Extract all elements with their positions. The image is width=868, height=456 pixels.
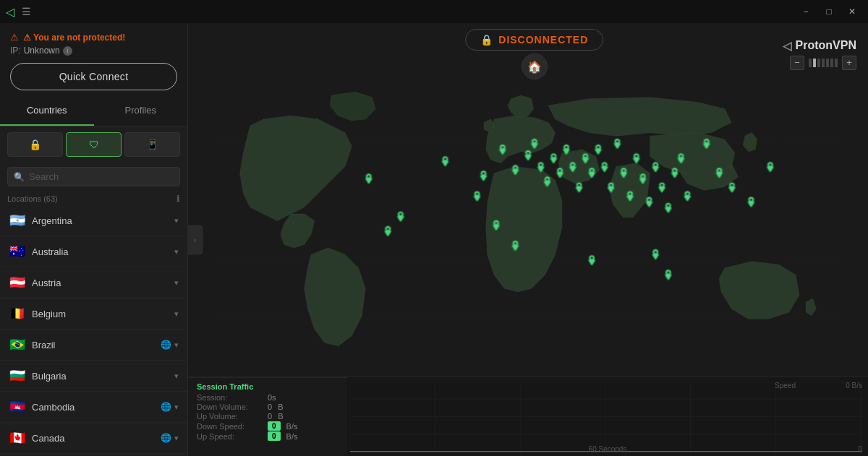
stat-up-speed-value: 0 — [268, 431, 281, 441]
globe-icon: 🌐 — [161, 340, 171, 350]
disconnected-badge: 🔒 DISCONNECTED — [465, 29, 603, 51]
filter-row: 🔒 🛡 📱 — [0, 126, 187, 163]
tab-countries[interactable]: Countries — [0, 96, 94, 126]
zoom-dot-1 — [809, 59, 812, 67]
zoom-out-button[interactable]: − — [790, 56, 804, 70]
quick-connect-button[interactable]: Quick Connect — [10, 63, 177, 90]
zoom-bar: − + — [790, 56, 856, 70]
zoom-in-button[interactable]: + — [842, 56, 856, 70]
stat-down-speed-value: 0 — [268, 421, 281, 431]
chart-seconds-label: 60 Seconds — [589, 445, 627, 453]
list-item[interactable]: 🇦🇹 Austria ▾ — [0, 267, 187, 298]
hamburger-icon[interactable]: ☰ — [22, 6, 31, 17]
close-button[interactable]: ✕ — [842, 4, 862, 19]
search-input-wrap: 🔍 — [7, 167, 180, 186]
stat-up-speed-unit: B/s — [286, 432, 298, 441]
bottom-stats: Session Traffic Session: 0s Down Volume:… — [188, 377, 868, 456]
brand-logo-icon: ◁ — [783, 39, 791, 53]
locations-info-icon[interactable]: ℹ — [176, 194, 180, 204]
chart-value-label: 0 B/s — [846, 382, 862, 390]
country-name: Cambodia — [32, 402, 155, 413]
chevron-down-icon: ▾ — [174, 309, 179, 319]
ip-info-icon[interactable]: i — [63, 46, 72, 56]
country-icons: 🌐 ▾ — [161, 402, 179, 412]
ip-value: Unknown — [24, 46, 60, 56]
stat-down-vol-value: 0 — [268, 403, 272, 411]
lock-icon: 🔒 — [480, 34, 493, 46]
top-bar: 🔒 DISCONNECTED 🏠 ◁ ProtonVPN − — [188, 23, 868, 85]
stat-row-down-vol: Down Volume: 0 B — [197, 403, 297, 411]
country-name: Australia — [32, 246, 169, 257]
stats-panel: Session Traffic Session: 0s Down Volume:… — [188, 377, 347, 456]
main-container: ⚠ ⚠ You are not protected! IP: Unknown i… — [0, 23, 868, 456]
country-name: Canada — [32, 433, 155, 444]
globe-icon: 🌐 — [161, 402, 171, 412]
list-item[interactable]: 🇧🇪 Belgium ▾ — [0, 298, 187, 330]
zoom-dot-4 — [822, 59, 825, 67]
list-item[interactable]: 🇦🇺 Australia ▾ — [0, 236, 187, 267]
tab-profiles[interactable]: Profiles — [94, 96, 188, 126]
lock-filter-icon: 🔒 — [29, 139, 41, 150]
chevron-down-icon: ▾ — [174, 247, 179, 257]
chevron-down-icon: ▾ — [174, 434, 179, 443]
ip-line: IP: Unknown i — [10, 46, 177, 56]
minimize-button[interactable]: − — [796, 4, 816, 19]
home-button[interactable]: 🏠 — [522, 53, 548, 79]
app-logo-icon: ◁ — [6, 5, 14, 19]
session-traffic-title: Session Traffic — [197, 382, 297, 391]
list-item[interactable]: 🇧🇷 Brazil 🌐 ▾ — [0, 330, 187, 361]
sidebar-header: ⚠ ⚠ You are not protected! IP: Unknown i… — [0, 23, 187, 96]
map-area[interactable] — [188, 85, 868, 377]
disconnected-text: DISCONNECTED — [498, 34, 588, 46]
locations-count: Locations (63) — [7, 194, 58, 203]
stat-down-speed-unit: B/s — [286, 422, 298, 431]
country-flag: 🇧🇬 — [9, 368, 26, 384]
stat-up-vol-label: Up Volume: — [197, 412, 262, 421]
titlebar-left: ◁ ☰ — [6, 5, 31, 19]
country-flag: 🇨🇦 — [9, 430, 26, 446]
stat-row-up-speed: Up Speed: 0 B/s — [197, 431, 297, 441]
search-input[interactable] — [29, 171, 174, 182]
chart-speed-label: Speed — [775, 382, 796, 390]
warning-icon: ⚠ — [10, 32, 19, 43]
country-flag: 🇦🇺 — [9, 244, 26, 259]
country-icons: ▾ — [174, 371, 179, 381]
protection-text: ⚠ You are not protected! — [23, 33, 125, 43]
filter-device-button[interactable]: 📱 — [124, 132, 180, 157]
chevron-down-icon: ▾ — [174, 340, 179, 350]
search-container: 🔍 — [0, 163, 187, 191]
collapse-sidebar-button[interactable]: ‹ — [188, 225, 203, 254]
map-and-stats: Session Traffic Session: 0s Down Volume:… — [188, 85, 868, 456]
stat-row-up-vol: Up Volume: 0 B — [197, 412, 297, 421]
list-item[interactable]: 🇦🇷 Argentina ▾ — [0, 205, 187, 236]
stat-up-vol-value: 0 — [268, 412, 272, 421]
chart-area: Speed 0 B/s 60 Seconds 0 — [347, 377, 868, 456]
tabs: Countries Profiles — [0, 96, 187, 126]
list-item[interactable]: 🇨🇦 Canada 🌐 ▾ — [0, 423, 187, 454]
search-icon: 🔍 — [14, 172, 25, 182]
zoom-dot-3 — [817, 59, 820, 67]
maximize-button[interactable]: □ — [819, 4, 839, 19]
country-list: 🇦🇷 Argentina ▾ 🇦🇺 Australia ▾ 🇦🇹 Austria… — [0, 205, 187, 456]
filter-shield-button[interactable]: 🛡 — [66, 132, 122, 157]
zoom-dot-7 — [835, 59, 838, 67]
chevron-down-icon: ▾ — [174, 403, 179, 412]
country-name: Brazil — [32, 340, 155, 350]
country-icons: 🌐 ▾ — [161, 340, 179, 350]
chevron-down-icon: ▾ — [174, 216, 179, 225]
zoom-dot-6 — [830, 59, 833, 67]
ip-label: IP: — [10, 46, 21, 56]
device-filter-icon: 📱 — [146, 139, 158, 150]
country-name: Belgium — [32, 309, 169, 319]
connection-status-center: 🔒 DISCONNECTED 🏠 — [465, 29, 603, 79]
filter-secure-button[interactable]: 🔒 — [7, 132, 63, 157]
shield-filter-icon: 🛡 — [89, 139, 99, 150]
titlebar: ◁ ☰ − □ ✕ — [0, 0, 868, 23]
globe-icon: 🌐 — [161, 433, 171, 443]
country-icons: ▾ — [174, 309, 179, 319]
stat-session-label: Session: — [197, 393, 262, 402]
list-item[interactable]: 🇧🇬 Bulgaria ▾ — [0, 361, 187, 392]
country-icons: ▾ — [174, 247, 179, 257]
stat-down-vol-label: Down Volume: — [197, 403, 262, 411]
list-item[interactable]: 🇰🇭 Cambodia 🌐 ▾ — [0, 392, 187, 423]
